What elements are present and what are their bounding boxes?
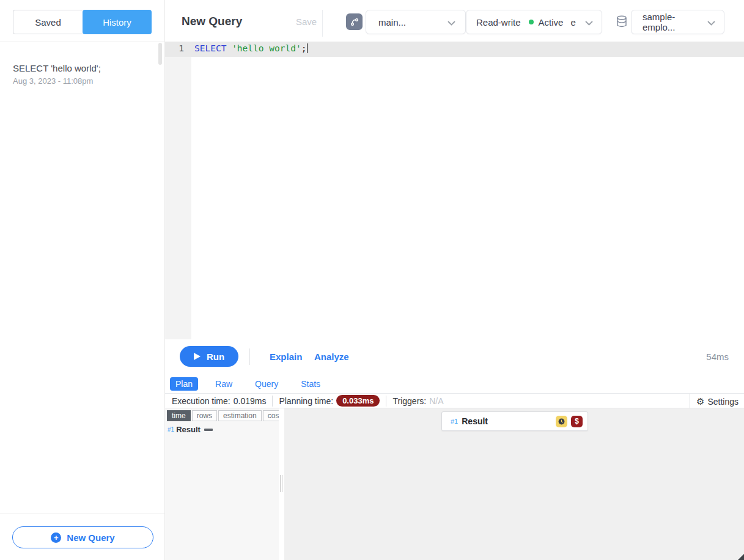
run-button[interactable]: Run xyxy=(180,346,238,367)
new-query-button-label: New Query xyxy=(67,532,114,543)
database-icon xyxy=(615,15,628,29)
metric-time-button[interactable]: time xyxy=(167,410,191,421)
outline-node-id: #1 xyxy=(168,426,174,433)
run-button-label: Run xyxy=(207,352,224,362)
plan-diagram-canvas[interactable]: #1 Result $ xyxy=(284,408,744,560)
run-toolbar: Run Explain Analyze 54ms xyxy=(165,339,744,374)
execution-time-stat: Execution time: 0.019ms xyxy=(165,396,273,407)
sql-string: 'hello world' xyxy=(232,43,301,53)
plan-outline-item[interactable]: #1 Result xyxy=(168,425,213,434)
tab-plan[interactable]: Plan xyxy=(170,377,198,391)
save-button[interactable]: Save xyxy=(296,17,317,27)
splitter-grip xyxy=(282,475,282,492)
plan-stats-bar: Execution time: 0.019ms Planning time: 0… xyxy=(165,393,744,408)
plan-outline-panel: time rows estimation cost #1 Result xyxy=(165,408,279,560)
outline-node-label: Result xyxy=(176,425,201,434)
chevron-down-icon xyxy=(585,17,593,28)
metric-estimation-button[interactable]: estimation xyxy=(218,410,262,421)
connection-endpoint-id: e xyxy=(570,17,575,28)
editor-gutter xyxy=(165,42,191,339)
execution-time-value: 0.019ms xyxy=(234,396,267,406)
connection-status: Active xyxy=(539,17,564,28)
result-tabs: Plan Raw Query Stats xyxy=(165,374,744,393)
execution-time-label: Execution time: xyxy=(172,396,230,406)
sidebar-top-divider xyxy=(0,42,164,42)
chevron-down-icon xyxy=(448,17,455,28)
planning-time-label: Planning time: xyxy=(279,396,333,406)
planning-time-stat: Planning time: 0.033ms xyxy=(273,396,386,407)
tab-stats[interactable]: Stats xyxy=(295,377,326,391)
analyze-link[interactable]: Analyze xyxy=(314,352,349,362)
sql-keyword: SELECT xyxy=(194,43,226,53)
plan-metric-buttons: time rows estimation cost xyxy=(167,410,286,421)
database-dropdown[interactable]: sample-emplo... xyxy=(631,10,724,34)
header-divider xyxy=(322,10,323,37)
panel-splitter[interactable] xyxy=(279,408,284,560)
history-tab[interactable]: History xyxy=(83,10,152,34)
main-area: New Query Save main... Read-write Active… xyxy=(165,0,744,560)
plus-icon: + xyxy=(51,532,61,543)
triggers-label: Triggers: xyxy=(392,396,426,406)
history-list-item[interactable]: SELECT 'hello world'; Aug 3, 2023 - 11:0… xyxy=(13,62,146,86)
tab-query[interactable]: Query xyxy=(249,377,284,391)
triggers-stat: Triggers: N/A xyxy=(386,396,449,407)
database-dropdown-value: sample-emplo... xyxy=(643,12,707,32)
saved-tab[interactable]: Saved xyxy=(13,10,83,34)
sidebar: Saved History SELECT 'hello world'; Aug … xyxy=(0,0,165,560)
sidebar-scrollbar[interactable] xyxy=(158,43,162,65)
code-line[interactable]: SELECT 'hello world'; xyxy=(194,43,308,53)
tab-raw[interactable]: Raw xyxy=(210,377,238,391)
history-timestamp: Aug 3, 2023 - 11:08pm xyxy=(13,76,146,86)
settings-label: Settings xyxy=(707,397,738,407)
run-divider xyxy=(249,348,250,365)
dollar-icon: $ xyxy=(571,416,583,427)
sql-punctuation: ; xyxy=(301,43,307,53)
sql-editor[interactable]: 1 SELECT 'hello world'; xyxy=(165,42,744,339)
branch-icon xyxy=(346,13,363,30)
page-title: New Query xyxy=(182,15,242,28)
plan-panel: time rows estimation cost #1 Result #1 R… xyxy=(165,408,744,560)
sql-space xyxy=(226,43,232,53)
new-query-button[interactable]: + New Query xyxy=(12,526,153,548)
connection-dropdown[interactable]: Read-write Active e xyxy=(466,10,602,34)
plan-node-id: #1 xyxy=(451,418,458,425)
query-header: New Query Save main... Read-write Active… xyxy=(165,0,744,42)
status-dot-icon xyxy=(529,20,534,24)
clock-icon xyxy=(556,416,567,427)
explain-link[interactable]: Explain xyxy=(270,352,302,362)
metric-rows-button[interactable]: rows xyxy=(192,410,217,421)
line-number: 1 xyxy=(165,43,184,53)
sidebar-bottom-divider xyxy=(0,514,164,514)
query-duration: 54ms xyxy=(706,352,729,362)
plan-node-label: Result xyxy=(462,416,488,426)
connection-mode: Read-write xyxy=(476,17,521,28)
settings-button[interactable]: ⚙ Settings xyxy=(690,394,738,409)
history-query-text: SELECT 'hello world'; xyxy=(13,62,146,75)
resize-corner-handle[interactable] xyxy=(738,554,744,560)
saved-history-toggle: Saved History xyxy=(13,10,152,34)
gear-icon: ⚙ xyxy=(696,396,704,407)
play-icon xyxy=(194,353,201,360)
branch-dropdown[interactable]: main... xyxy=(366,10,466,34)
outline-time-bar xyxy=(204,429,213,431)
chevron-down-icon xyxy=(707,17,715,28)
splitter-grip xyxy=(280,475,281,492)
branch-dropdown-value: main... xyxy=(378,17,406,28)
plan-node-result[interactable]: #1 Result $ xyxy=(441,411,588,431)
triggers-value: N/A xyxy=(429,396,443,406)
planning-time-badge: 0.033ms xyxy=(336,395,380,407)
text-cursor xyxy=(307,43,308,53)
